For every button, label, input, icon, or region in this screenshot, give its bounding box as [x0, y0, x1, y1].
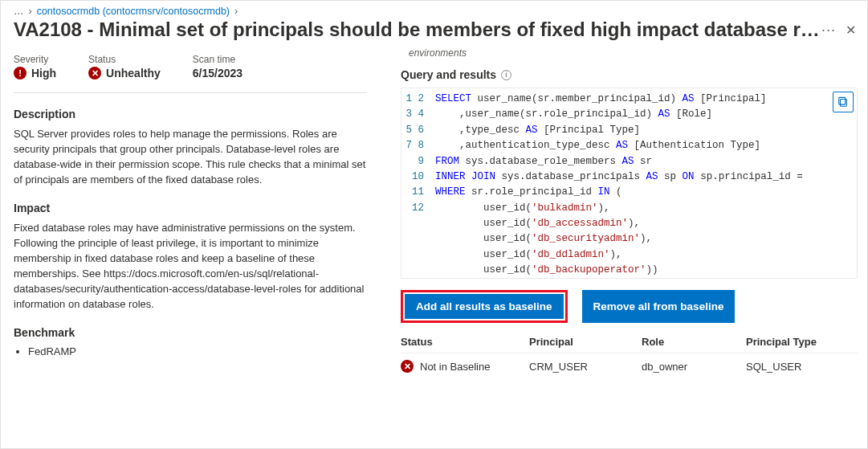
sql-code: SELECT user_name(sr.member_principal_id)… — [429, 88, 857, 278]
scantime-label: Scan time — [193, 54, 242, 65]
row-ptype: SQL_USER — [746, 361, 858, 373]
close-icon[interactable]: ✕ — [846, 22, 856, 38]
add-all-results-button[interactable]: Add all results as baseline — [405, 294, 564, 319]
severity-label: Severity — [14, 54, 56, 65]
col-status: Status — [401, 336, 529, 348]
row-status: Not in Baseline — [420, 361, 490, 373]
breadcrumb-link[interactable]: contosocrmdb (contocrmsrv/contosocrmdb) — [37, 6, 230, 17]
unhealthy-icon: ✕ — [88, 67, 101, 80]
row-principal: CRM_USER — [529, 361, 642, 373]
environments-note: environments — [401, 47, 858, 63]
col-principal: Principal — [529, 336, 642, 348]
highlighted-action: Add all results as baseline — [401, 290, 568, 323]
description-heading: Description — [14, 108, 367, 120]
severity-high-icon: ! — [14, 67, 26, 80]
copy-icon[interactable] — [833, 92, 854, 112]
more-actions-icon[interactable]: ··· — [821, 22, 836, 39]
chevron-right-icon: › — [29, 6, 32, 17]
remove-all-baseline-button[interactable]: Remove all from baseline — [582, 290, 736, 323]
chevron-right-icon: › — [234, 6, 238, 17]
table-row[interactable]: ✕ Not in Baseline CRM_USER db_owner SQL_… — [401, 353, 858, 376]
info-icon[interactable]: i — [501, 70, 511, 80]
page-title: VA2108 - Minimal set of principals shoul… — [14, 18, 821, 41]
status-value: Unhealthy — [106, 67, 161, 80]
impact-text: Fixed database roles may have administra… — [14, 221, 367, 312]
row-role: db_owner — [642, 361, 746, 373]
query-results-label: Query and results — [401, 68, 496, 81]
breadcrumb-ellipsis[interactable]: … — [14, 6, 24, 17]
status-fail-icon: ✕ — [401, 360, 414, 373]
col-role: Role — [642, 336, 746, 348]
sql-query-box: 1 2 3 4 5 6 7 8 9 10 11 12 SELECT user_n… — [401, 88, 858, 279]
breadcrumb: … › contosocrmdb (contocrmsrv/contosocrm… — [1, 1, 867, 17]
description-text: SQL Server provides roles to help manage… — [14, 127, 367, 187]
scantime-value: 6/15/2023 — [193, 67, 242, 80]
impact-heading: Impact — [14, 202, 367, 214]
benchmark-heading: Benchmark — [14, 326, 367, 339]
col-principal-type: Principal Type — [746, 336, 858, 348]
severity-value: High — [31, 67, 56, 80]
benchmark-item: FedRAMP — [28, 345, 367, 357]
status-label: Status — [88, 54, 161, 65]
